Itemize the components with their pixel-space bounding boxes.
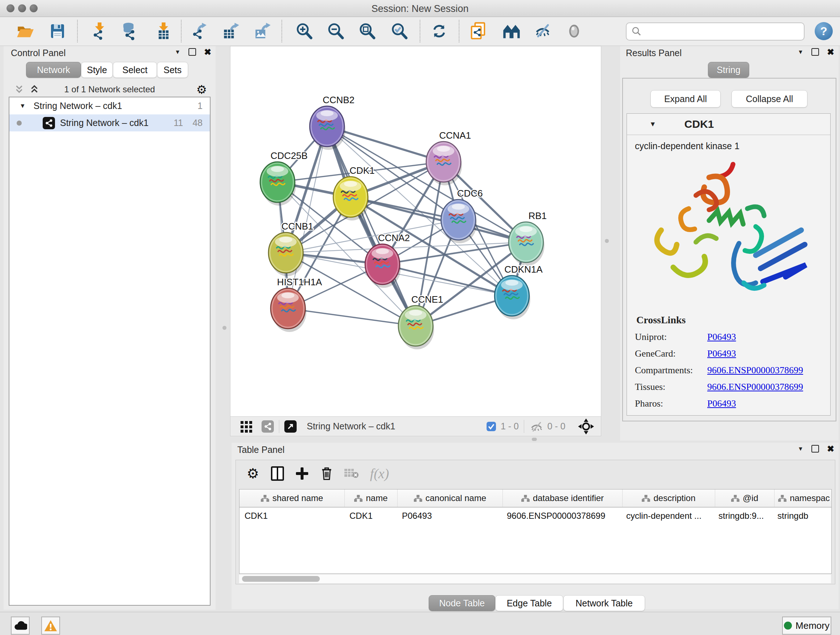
network-node-CDK1[interactable] xyxy=(333,177,369,220)
network-node-CDC25B[interactable] xyxy=(260,162,296,206)
node-details-card: ▼ CDK1 cyclin-dependent kinase 1 xyxy=(627,113,831,416)
column-header-namespac[interactable]: namespac xyxy=(775,489,832,507)
network-node-RB1[interactable] xyxy=(508,222,545,266)
search-icon xyxy=(631,26,642,37)
warnings-button[interactable] xyxy=(41,616,60,635)
network-node-CCNE1[interactable] xyxy=(398,306,434,349)
zoom-selected-icon[interactable] xyxy=(390,21,409,41)
stringapp-home-icon[interactable] xyxy=(502,21,521,41)
import-network-icon[interactable] xyxy=(88,21,107,41)
crosslink-label: Compartments: xyxy=(627,365,707,376)
network-node-CCNB1[interactable] xyxy=(268,233,304,276)
save-session-icon[interactable] xyxy=(48,21,67,41)
selected-checkbox-icon[interactable] xyxy=(486,421,496,432)
crosslink-link[interactable]: P06493 xyxy=(707,398,736,409)
crosslink-link[interactable]: 9606.ENSP00000378699 xyxy=(707,382,803,393)
crosslink-link[interactable]: P06493 xyxy=(707,348,736,359)
network-collection-row[interactable]: ▼ String Network – cdk1 1 xyxy=(9,97,210,114)
cloud-button[interactable] xyxy=(11,616,30,635)
collapse-panel-icon[interactable]: ▼ xyxy=(798,49,804,55)
close-panel-icon[interactable]: ✖ xyxy=(827,49,834,55)
expand-all-button[interactable]: Expand All xyxy=(651,90,721,108)
memory-label: Memory xyxy=(796,620,829,631)
network-node-HIST1H1A[interactable] xyxy=(271,288,306,332)
network-node-CCNA1[interactable] xyxy=(426,141,462,185)
table-cell: CDK1 xyxy=(240,508,344,524)
column-header-name[interactable]: name xyxy=(345,489,398,507)
column-header-canonical-name[interactable]: canonical name xyxy=(398,489,503,507)
network-edge[interactable] xyxy=(327,126,416,326)
help-button[interactable]: ? xyxy=(815,22,833,40)
column-header-description[interactable]: description xyxy=(622,489,715,507)
tab-network[interactable]: Network xyxy=(26,62,81,78)
grid-view-icon[interactable] xyxy=(240,420,254,433)
tab-node-table[interactable]: Node Table xyxy=(429,595,495,611)
tree-expand-icon[interactable]: ▼ xyxy=(19,103,26,110)
open-session-icon[interactable] xyxy=(15,21,35,41)
delete-column-icon[interactable] xyxy=(318,465,335,482)
memory-button[interactable]: Memory xyxy=(782,616,831,635)
tab-network-table[interactable]: Network Table xyxy=(563,595,645,611)
share-view-icon[interactable] xyxy=(262,420,274,432)
network-node-CDC6[interactable] xyxy=(441,200,477,243)
window-title: Session: New Session xyxy=(0,3,840,14)
collapse-all-button[interactable]: Collapse All xyxy=(731,90,807,108)
zoom-in-icon[interactable] xyxy=(294,21,314,41)
network-type-icon xyxy=(43,117,55,129)
hide-selected-icon[interactable] xyxy=(533,21,553,41)
horizontal-scrollbar[interactable] xyxy=(239,575,831,583)
export-image-icon[interactable] xyxy=(253,21,272,41)
close-panel-icon[interactable]: ✖ xyxy=(827,446,834,452)
crosslink-link[interactable]: P06493 xyxy=(707,332,736,342)
add-column-icon[interactable] xyxy=(294,465,310,482)
zoom-fit-icon[interactable] xyxy=(357,21,377,41)
export-network-icon[interactable] xyxy=(189,21,209,41)
column-header-database-identifier[interactable]: database identifier xyxy=(503,489,622,507)
search-input[interactable] xyxy=(645,24,804,39)
cloud-icon xyxy=(13,618,27,633)
zoom-out-icon[interactable] xyxy=(326,21,346,41)
hidden-eye-icon[interactable] xyxy=(529,419,544,434)
splitter-handle[interactable] xyxy=(223,326,226,330)
tab-select[interactable]: Select xyxy=(113,62,157,78)
splitter-handle[interactable] xyxy=(605,239,609,243)
network-edge[interactable] xyxy=(288,309,416,326)
splitter-handle[interactable] xyxy=(532,438,537,441)
open-in-new-window-icon[interactable] xyxy=(284,420,297,432)
protein-structure-image xyxy=(638,154,819,309)
network-view-toolbar: String Network – cdk1 1 - 0 0 - 0 xyxy=(230,416,601,436)
float-panel-icon[interactable] xyxy=(812,445,819,453)
refresh-icon[interactable] xyxy=(429,21,449,41)
birds-eye-view-icon[interactable] xyxy=(578,418,594,435)
tab-sets[interactable]: Sets xyxy=(157,62,188,78)
network-node-CCNB2[interactable] xyxy=(309,106,346,150)
table-settings-gear-icon[interactable]: ⚙ xyxy=(245,465,261,482)
import-table-icon[interactable] xyxy=(152,21,172,41)
network-node-CCNA2[interactable] xyxy=(365,244,401,288)
network-options-gear-icon[interactable]: ⚙ xyxy=(196,82,207,97)
network-row-selected[interactable]: String Network – cdk1 11 48 xyxy=(9,114,210,131)
tab-style[interactable]: Style xyxy=(81,62,113,78)
table-panel-title: Table Panel xyxy=(237,445,285,455)
float-panel-icon[interactable] xyxy=(188,48,196,56)
tab-string[interactable]: String xyxy=(708,62,749,78)
column-header-shared-name[interactable]: shared name xyxy=(240,489,345,507)
crosslink-link[interactable]: 9606.ENSP00000378699 xyxy=(707,365,803,376)
table-row[interactable]: CDK1CDK1P064939606.ENSP00000378699cyclin… xyxy=(240,508,831,524)
clone-network-icon[interactable] xyxy=(469,21,488,41)
node-label: CDKN1A xyxy=(504,264,543,275)
tab-edge-table[interactable]: Edge Table xyxy=(495,595,563,611)
column-header--id[interactable]: @id xyxy=(715,489,775,507)
network-view-canvas[interactable]: CCNB2CCNA1CDC25BCDK1CDC6RB1CCNB1CCNA2CDK… xyxy=(230,46,601,417)
collapse-panel-icon[interactable]: ▼ xyxy=(798,446,804,452)
network-node-CDKN1A[interactable] xyxy=(494,276,531,319)
node-details-header[interactable]: ▼ CDK1 xyxy=(627,114,830,135)
export-table-icon[interactable] xyxy=(221,21,240,41)
collapse-entry-icon[interactable]: ▼ xyxy=(649,120,656,128)
collapse-panel-icon[interactable]: ▼ xyxy=(175,49,180,55)
float-panel-icon[interactable] xyxy=(812,48,819,56)
show-columns-icon[interactable] xyxy=(269,465,286,482)
import-network-database-icon[interactable] xyxy=(118,21,138,41)
show-all-icon[interactable] xyxy=(564,21,584,41)
close-panel-icon[interactable]: ✖ xyxy=(204,49,211,55)
